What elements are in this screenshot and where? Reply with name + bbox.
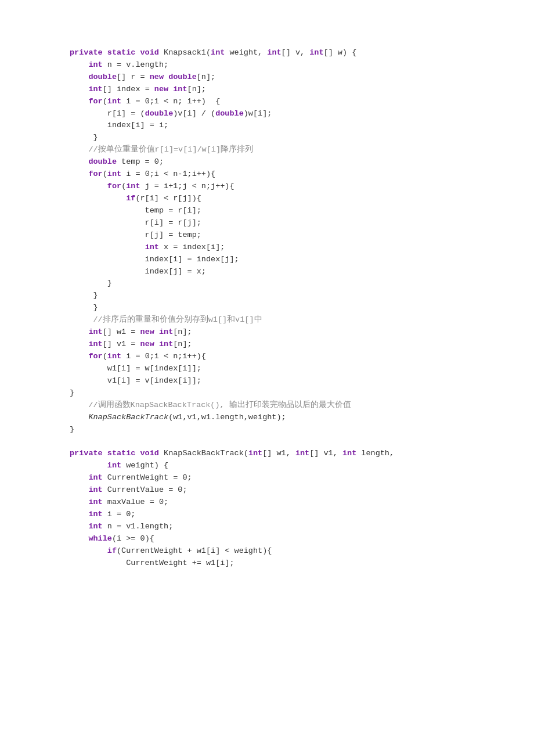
code-line-15: r[i] = r[j]; — [70, 218, 201, 227]
code-line-34: int weight) { — [70, 461, 168, 470]
code-line-13: if(r[i] < r[j]){ — [70, 194, 201, 203]
code-line-27: w1[i] = w[index[i]]; — [70, 364, 201, 373]
code-line-12: for(int j = i+1;j < n;j++){ — [70, 182, 234, 190]
code-line-18: index[i] = index[j]; — [70, 255, 239, 264]
code-line-20: } — [70, 279, 112, 287]
code-line-39: int n = v1.length; — [70, 522, 173, 531]
code-line-23: //排序后的重量和价值分别存到w1[]和v1[]中 — [70, 315, 262, 324]
code-line-10: double temp = 0; — [70, 157, 164, 166]
code-line-29: } — [70, 388, 74, 397]
code-line-1: private static void Knapsack1(int weight… — [70, 48, 356, 57]
code-line-21: } — [70, 291, 98, 300]
code-line-4: int[] index = new int[n]; — [70, 85, 206, 93]
code-line-26: for(int i = 0;i < n;i++){ — [70, 352, 206, 361]
code-line-11: for(int i = 0;i < n-1;i++){ — [70, 170, 215, 178]
code-line-19: index[j] = x; — [70, 267, 206, 276]
code-line-40: while(i >= 0){ — [70, 534, 154, 543]
code-line-41: if(CurrentWeight + w1[i] < weight){ — [70, 546, 272, 555]
code-line-38: int i = 0; — [70, 510, 135, 519]
code-line-28: v1[i] = v[index[i]]; — [70, 376, 201, 385]
code-editor: private static void Knapsack1(int weight… — [70, 35, 534, 570]
code-line-8: } — [70, 133, 98, 142]
code-line-16: r[j] = temp; — [70, 231, 201, 239]
code-line-2: int n = v.length; — [70, 60, 168, 69]
code-line-3: double[] r = new double[n]; — [70, 73, 215, 81]
code-line-36: int CurrentValue = 0; — [70, 485, 187, 494]
code-line-7: index[i] = i; — [70, 121, 168, 129]
code-line-25: int[] v1 = new int[n]; — [70, 340, 192, 348]
code-line-32: } — [70, 425, 74, 434]
code-line-22: } — [70, 303, 98, 312]
code-line-30: //调用函数KnapSackBackTrack(), 输出打印装完物品以后的最大… — [70, 401, 351, 409]
code-line-37: int maxValue = 0; — [70, 498, 168, 506]
code-line-24: int[] w1 = new int[n]; — [70, 327, 192, 336]
code-line-35: int CurrentWeight = 0; — [70, 473, 192, 482]
code-line-42: CurrentWeight += w1[i]; — [70, 559, 234, 567]
code-line-14: temp = r[i]; — [70, 206, 201, 215]
code-line-33: private static void KnapSackBackTrack(in… — [70, 449, 394, 458]
code-line-17: int x = index[i]; — [70, 243, 225, 251]
code-line-31: KnapSackBackTrack(w1,v1,w1.length,weight… — [70, 413, 286, 422]
code-line-6: r[i] = (double)v[i] / (double)w[i]; — [70, 109, 272, 118]
code-line-9: //按单位重量价值r[i]=v[i]/w[i]降序排列 — [70, 145, 253, 154]
code-line-5: for(int i = 0;i < n; i++) { — [70, 97, 220, 106]
